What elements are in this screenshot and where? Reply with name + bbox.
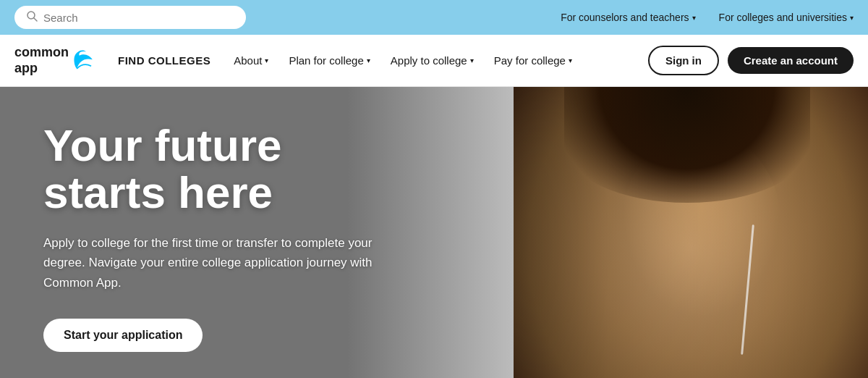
nav-item-plan[interactable]: Plan for college ▾ — [280, 49, 378, 72]
search-box[interactable] — [14, 6, 246, 29]
chevron-down-icon: ▾ — [850, 14, 854, 22]
counselors-link[interactable]: For counselors and teachers ▾ — [561, 12, 695, 23]
nav-item-pay[interactable]: Pay for college ▾ — [485, 49, 581, 72]
nav-item-about[interactable]: About ▾ — [225, 49, 277, 72]
create-account-button[interactable]: Create an account — [728, 47, 854, 74]
main-navigation: common app FIND COLLEGES About ▾ Plan fo… — [0, 35, 868, 87]
find-colleges-label[interactable]: FIND COLLEGES — [118, 54, 210, 67]
search-icon — [26, 10, 38, 25]
hero-title: Your future starts here — [43, 122, 405, 216]
hero-section: Your future starts here Apply to college… — [0, 87, 868, 378]
utility-bar: For counselors and teachers ▾ For colleg… — [0, 0, 868, 35]
chevron-down-icon: ▾ — [470, 56, 474, 64]
search-input[interactable] — [43, 12, 234, 24]
sign-in-button[interactable]: Sign in — [648, 46, 719, 75]
colleges-link[interactable]: For colleges and universities ▾ — [719, 12, 854, 23]
chevron-down-icon: ▾ — [692, 14, 696, 22]
chevron-down-icon: ▾ — [367, 56, 370, 64]
chevron-down-icon: ▾ — [569, 56, 572, 64]
logo-text: common app — [14, 45, 69, 76]
hero-subtitle: Apply to college for the first time or t… — [43, 233, 376, 293]
nav-actions: Sign in Create an account — [648, 46, 854, 75]
svg-line-1 — [34, 18, 37, 21]
logo[interactable]: common app — [14, 45, 98, 76]
start-application-button[interactable]: Start your application — [43, 319, 203, 352]
chevron-down-icon: ▾ — [265, 56, 268, 64]
utility-links: For counselors and teachers ▾ For colleg… — [561, 12, 854, 23]
nav-item-apply[interactable]: Apply to college ▾ — [382, 49, 482, 72]
nav-items: About ▾ Plan for college ▾ Apply to coll… — [225, 49, 648, 72]
hero-content: Your future starts here Apply to college… — [0, 87, 448, 378]
logo-bird-icon — [72, 48, 98, 74]
